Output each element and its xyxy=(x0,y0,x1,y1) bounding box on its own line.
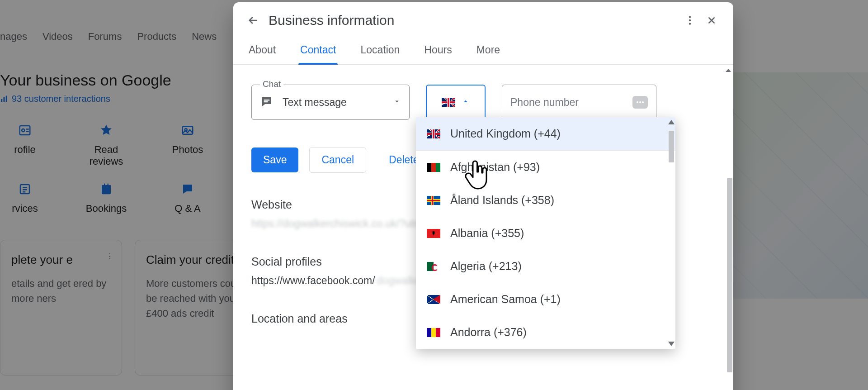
country-label: Åland Islands (+358) xyxy=(450,194,554,207)
flag-icon xyxy=(427,262,440,271)
more-vert-icon xyxy=(684,14,696,26)
save-button[interactable]: Save xyxy=(251,147,298,172)
back-button[interactable] xyxy=(244,11,262,29)
country-label: Andorra (+376) xyxy=(450,326,527,339)
country-label: American Samoa (+1) xyxy=(450,293,561,306)
dropdown-scrollbar[interactable] xyxy=(668,120,675,346)
chat-icon xyxy=(260,95,274,109)
business-info-modal: Business information About Contact Locat… xyxy=(233,2,733,390)
chat-label: Chat xyxy=(260,79,283,89)
modal-body: Chat Text message Phone nu xyxy=(233,65,733,390)
svg-point-15 xyxy=(689,23,691,24)
country-option[interactable]: Afghanistan (+93) xyxy=(416,151,675,184)
chat-method-select[interactable]: Chat Text message xyxy=(251,85,410,120)
country-option[interactable]: United Kingdom (+44) xyxy=(416,117,675,150)
chevron-down-icon xyxy=(393,97,401,107)
country-label: Afghanistan (+93) xyxy=(450,161,540,174)
flag-icon xyxy=(427,196,440,205)
social-link-prefix: https://www.facebook.com/ xyxy=(251,275,375,287)
svg-point-14 xyxy=(689,19,691,21)
chat-value: Text message xyxy=(283,96,385,109)
phone-placeholder: Phone number xyxy=(510,96,626,109)
country-option[interactable]: Algeria (+213) xyxy=(416,250,675,283)
phone-extension-button[interactable] xyxy=(632,96,648,109)
country-option[interactable]: Andorra (+376) xyxy=(416,316,675,349)
modal-title: Business information xyxy=(269,13,677,28)
svg-point-18 xyxy=(637,101,638,103)
dots-icon xyxy=(636,100,645,104)
flag-icon xyxy=(427,229,440,238)
modal-header: Business information xyxy=(233,2,733,37)
country-label: United Kingdom (+44) xyxy=(450,127,561,140)
svg-point-20 xyxy=(642,101,644,103)
svg-rect-16 xyxy=(264,100,270,101)
tab-location[interactable]: Location xyxy=(359,37,401,64)
tab-about[interactable]: About xyxy=(247,37,278,64)
country-list: United Kingdom (+44)Afghanistan (+93)Åla… xyxy=(416,117,675,349)
country-label: Algeria (+213) xyxy=(450,260,522,273)
flag-icon xyxy=(427,295,440,304)
tab-hours[interactable]: Hours xyxy=(422,37,453,64)
tab-contact[interactable]: Contact xyxy=(298,37,338,64)
country-code-select[interactable] xyxy=(426,85,486,120)
country-dropdown: United Kingdom (+44)Afghanistan (+93)Åla… xyxy=(416,117,675,349)
phone-row: Chat Text message Phone nu xyxy=(251,85,715,120)
country-option[interactable]: American Samoa (+1) xyxy=(416,283,675,316)
svg-point-13 xyxy=(689,16,691,18)
arrow-left-icon xyxy=(247,14,259,27)
modal-scroll-area: Chat Text message Phone nu xyxy=(233,65,733,390)
flag-icon xyxy=(427,129,440,138)
close-icon xyxy=(706,14,717,26)
more-options-button[interactable] xyxy=(681,11,699,29)
country-option[interactable]: Åland Islands (+358) xyxy=(416,184,675,217)
svg-point-19 xyxy=(639,101,641,103)
country-label: Albania (+355) xyxy=(450,227,524,240)
cancel-button[interactable]: Cancel xyxy=(309,147,366,173)
flag-icon xyxy=(427,163,440,172)
uk-flag-icon xyxy=(442,98,455,107)
phone-number-input[interactable]: Phone number xyxy=(502,85,656,120)
country-option[interactable]: Albania (+355) xyxy=(416,217,675,250)
svg-rect-17 xyxy=(264,101,268,103)
modal-tabs: About Contact Location Hours More xyxy=(233,37,733,65)
chevron-up-icon xyxy=(462,97,470,107)
tab-more[interactable]: More xyxy=(475,37,502,64)
close-button[interactable] xyxy=(703,11,721,29)
flag-icon xyxy=(427,328,440,337)
